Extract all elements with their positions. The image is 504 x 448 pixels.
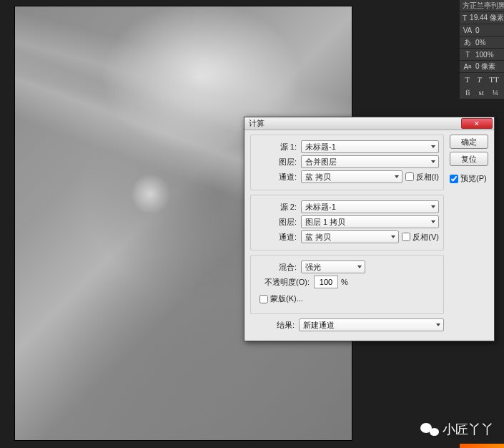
- italic-button[interactable]: T: [476, 75, 483, 84]
- watermark: 小匠丫丫: [420, 421, 494, 438]
- font-family-value: 方正兰亭刊黑...: [463, 1, 504, 11]
- aa-value: 0%: [475, 39, 501, 47]
- close-icon: ✕: [474, 120, 480, 127]
- source2-layer-label: 图层:: [255, 217, 298, 228]
- source2-layer-select[interactable]: 图层 1 拷贝: [301, 215, 439, 228]
- st-button[interactable]: st: [478, 88, 485, 97]
- tracking-icon: VA: [463, 26, 473, 34]
- blending-label: 混合:: [255, 262, 298, 273]
- mask-checkbox[interactable]: 蒙版(K)...: [260, 293, 303, 304]
- footer-accent: [460, 444, 504, 448]
- scale-value: 100%: [475, 51, 501, 59]
- baseline-value: 0 像素: [475, 62, 501, 72]
- source2-channel-select[interactable]: 蓝 拷贝: [301, 230, 399, 243]
- preview-checkbox[interactable]: 预览(P): [450, 173, 488, 184]
- source1-layer-label: 图层:: [255, 157, 298, 167]
- opacity-percent-label: %: [341, 278, 348, 286]
- opacity-input[interactable]: [314, 276, 338, 288]
- baseline-icon: Aa: [463, 63, 473, 71]
- source1-group: 源 1: 未标题-1 图层: 合并图层 通道: 蓝 拷贝 反相(I): [250, 135, 444, 190]
- blending-group: 混合: 强光 不透明度(O): % 蒙版(K)...: [250, 255, 444, 314]
- source1-channel-label: 通道:: [255, 172, 298, 182]
- font-size-row[interactable]: T 19.44 像素: [460, 12, 504, 24]
- dialog-titlebar[interactable]: 计算 ✕: [244, 117, 494, 130]
- source2-group: 源 2: 未标题-1 图层: 图层 1 拷贝 通道: 蓝 拷贝 反相(V): [250, 195, 444, 250]
- source1-channel-select[interactable]: 蓝 拷贝: [301, 170, 402, 183]
- dialog-title: 计算: [249, 118, 461, 129]
- ok-button[interactable]: 确定: [450, 135, 488, 149]
- blending-select[interactable]: 强光: [301, 260, 365, 273]
- result-select[interactable]: 新建通道: [299, 318, 444, 331]
- source1-label: 源 1:: [255, 142, 298, 152]
- va-row[interactable]: VA 0: [460, 24, 504, 36]
- wechat-icon: [420, 422, 439, 437]
- allcaps-button[interactable]: TT: [488, 75, 500, 84]
- font-family-row[interactable]: 方正兰亭刊黑...: [460, 0, 504, 12]
- source1-select[interactable]: 未标题-1: [301, 140, 439, 153]
- source1-invert-checkbox[interactable]: 反相(I): [405, 172, 439, 182]
- opacity-label: 不透明度(O):: [255, 277, 311, 288]
- watermark-text: 小匠丫丫: [443, 421, 494, 438]
- font-size-value: 19.44 像素: [470, 13, 504, 23]
- source2-select[interactable]: 未标题-1: [301, 200, 439, 213]
- bold-button[interactable]: T: [463, 75, 471, 84]
- character-panel: 方正兰亭刊黑... T 19.44 像素 VA 0 あ 0% T 100% Aa…: [460, 0, 504, 99]
- source2-label: 源 2:: [255, 202, 298, 213]
- font-size-icon: T: [463, 14, 467, 22]
- fi-button[interactable]: fi: [464, 88, 472, 97]
- source2-invert-checkbox[interactable]: 反相(V): [402, 232, 439, 243]
- fraction-button[interactable]: ¼: [491, 88, 500, 97]
- source1-layer-select[interactable]: 合并图层: [301, 155, 439, 168]
- type-style-buttons: T T TT: [460, 73, 504, 86]
- vscale-icon: T: [463, 51, 473, 59]
- aa-icon: あ: [463, 37, 473, 47]
- opentype-buttons: fi st ¼: [460, 86, 504, 99]
- source2-channel-label: 通道:: [255, 232, 298, 243]
- result-label: 结果:: [253, 320, 296, 331]
- scale-row[interactable]: T 100%: [460, 49, 504, 61]
- baseline-row[interactable]: Aa 0 像素: [460, 61, 504, 73]
- dialog-close-button[interactable]: ✕: [461, 118, 493, 129]
- cancel-button[interactable]: 复位: [450, 152, 488, 166]
- va-value: 0: [475, 26, 501, 34]
- calculations-dialog: 计算 ✕ 源 1: 未标题-1 图层: 合并图层 通道: 蓝 拷贝: [244, 117, 495, 341]
- aa-row[interactable]: あ 0%: [460, 36, 504, 49]
